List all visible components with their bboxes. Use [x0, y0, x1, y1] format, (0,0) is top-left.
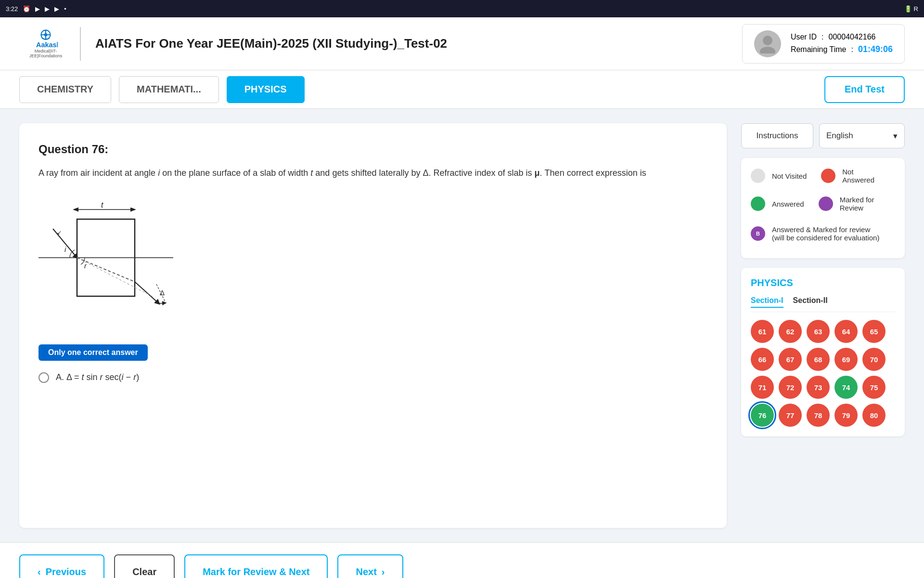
legend-marked-review: Marked forReview: [819, 196, 874, 212]
section-tab-1[interactable]: Section-I: [751, 296, 783, 308]
not-answered-dot: [821, 169, 835, 183]
question-panel: Question 76: A ray from air incident at …: [19, 123, 727, 528]
time-colon: :: [851, 45, 853, 54]
tab-mathematics[interactable]: MATHEMATI...: [119, 76, 219, 103]
user-id-colon: :: [821, 33, 823, 41]
svg-text:↙: ↙: [57, 229, 62, 236]
q-num-80[interactable]: 80: [862, 404, 886, 427]
logo-area: Aakash Medical|IIT-JEE|Foundations: [19, 25, 81, 63]
status-icon-dot: •: [64, 5, 66, 13]
user-id-value: 00004042166: [829, 33, 876, 41]
exam-title: AIATS For One Year JEE(Main)-2025 (XII S…: [95, 36, 728, 51]
remaining-time: 01:49:06: [858, 44, 893, 54]
q-num-61[interactable]: 61: [751, 320, 774, 343]
not-answered-label: NotAnswered: [842, 168, 874, 184]
status-icon-yt1: ▶: [35, 5, 40, 13]
q-num-64[interactable]: 64: [834, 320, 858, 343]
previous-button[interactable]: ‹ Previous: [19, 554, 104, 578]
marked-review-label: Marked forReview: [840, 196, 874, 212]
answer-option-a[interactable]: A. Δ = t sin r sec(i − r): [38, 372, 707, 383]
not-visited-label: Not Visited: [772, 172, 807, 180]
language-label: English: [826, 131, 853, 141]
language-selector[interactable]: English ▾: [819, 123, 905, 148]
avatar: [754, 30, 781, 57]
physics-section-title: PHYSICS: [751, 277, 895, 289]
status-icon-yt2: ▶: [45, 5, 50, 13]
user-info-area: User ID : 00004042166 Remaining Time : 0…: [742, 24, 905, 64]
radio-a[interactable]: [38, 372, 49, 383]
status-right-icons: 🔋 R: [904, 5, 918, 13]
marked-review-dot: [819, 197, 833, 211]
instructions-button[interactable]: Instructions: [741, 123, 813, 148]
previous-label: Previous: [46, 566, 86, 578]
status-bar: 3:22 ⏰ ▶ ▶ ▶ • 🔋 R: [0, 0, 924, 17]
legend-answered: Answered: [751, 196, 804, 212]
q-num-62[interactable]: 62: [779, 320, 802, 343]
status-time: 3:22: [6, 5, 18, 13]
answered-dot: [751, 197, 765, 211]
subject-bar: CHEMISTRY MATHEMATI... PHYSICS End Test: [0, 70, 924, 109]
option-a-text: A. Δ = t sin r sec(i − r): [56, 372, 139, 382]
answered-label: Answered: [772, 200, 804, 208]
svg-text:i: i: [64, 245, 66, 253]
question-number-grid: 6162636465666768697071727374757677787980: [751, 320, 895, 427]
q-num-76[interactable]: 76: [751, 404, 774, 427]
end-test-button[interactable]: End Test: [824, 76, 905, 103]
right-panel: Instructions English ▾ Not Visited NotAn…: [741, 123, 905, 528]
only-one-badge: Only one correct answer: [38, 344, 148, 361]
legend-not-answered: NotAnswered: [821, 168, 874, 184]
status-icon-yt3: ▶: [54, 5, 59, 13]
q-num-67[interactable]: 67: [779, 348, 802, 371]
svg-line-17: [159, 303, 165, 303]
q-num-65[interactable]: 65: [862, 320, 886, 343]
section-tab-2[interactable]: Section-II: [793, 296, 828, 308]
answered-marked-dot: [751, 226, 765, 241]
q-num-70[interactable]: 70: [862, 348, 886, 371]
q-num-63[interactable]: 63: [807, 320, 830, 343]
q-num-74[interactable]: 74: [834, 376, 858, 399]
right-top-controls: Instructions English ▾: [741, 123, 905, 148]
optics-diagram: t: [38, 190, 173, 325]
mark-for-review-button[interactable]: Mark for Review & Next: [184, 554, 328, 578]
logo-box: Aakash Medical|IIT-JEE|Foundations: [19, 25, 72, 63]
svg-point-6: [760, 47, 775, 53]
answered-marked-label: Answered & Marked for review(will be con…: [772, 225, 879, 242]
q-num-69[interactable]: 69: [834, 348, 858, 371]
clear-label: Clear: [132, 566, 156, 578]
clear-button[interactable]: Clear: [114, 554, 175, 578]
not-visited-dot: [751, 169, 765, 183]
legend-not-visited: Not Visited: [751, 168, 807, 184]
q-num-79[interactable]: 79: [834, 404, 858, 427]
q-num-71[interactable]: 71: [751, 376, 774, 399]
q-num-72[interactable]: 72: [779, 376, 802, 399]
q-num-66[interactable]: 66: [751, 348, 774, 371]
tab-chemistry[interactable]: CHEMISTRY: [19, 76, 111, 103]
q-num-77[interactable]: 77: [779, 404, 802, 427]
svg-point-5: [763, 36, 772, 45]
status-icon-alarm: ⏰: [23, 5, 30, 13]
time-label: Remaining Time: [791, 45, 847, 54]
q-num-68[interactable]: 68: [807, 348, 830, 371]
physics-section: PHYSICS Section-I Section-II 61626364656…: [741, 268, 905, 436]
chevron-left-icon: ‹: [38, 566, 41, 578]
aakash-logo-icon: Aakash: [34, 29, 58, 49]
chevron-right-icon: ›: [382, 566, 385, 578]
next-button[interactable]: Next ›: [337, 554, 403, 578]
q-num-73[interactable]: 73: [807, 376, 830, 399]
svg-text:t: t: [101, 201, 103, 209]
legend-box: Not Visited NotAnswered Answered Marked …: [741, 158, 905, 258]
q-num-78[interactable]: 78: [807, 404, 830, 427]
section-tabs: Section-I Section-II: [751, 296, 895, 312]
q-num-75[interactable]: 75: [862, 376, 886, 399]
user-id-row: User ID : 00004042166: [791, 33, 893, 41]
header-divider: [80, 27, 81, 61]
time-row: Remaining Time : 01:49:06: [791, 44, 893, 54]
legend-answered-marked: Answered & Marked for review(will be con…: [751, 225, 895, 242]
user-details: User ID : 00004042166 Remaining Time : 0…: [791, 33, 893, 54]
svg-text:Δ: Δ: [160, 289, 165, 297]
question-number: Question 76:: [38, 143, 707, 156]
svg-line-15: [135, 282, 159, 303]
tab-physics[interactable]: PHYSICS: [227, 76, 305, 103]
mark-label: Mark for Review & Next: [203, 566, 309, 578]
header: Aakash Medical|IIT-JEE|Foundations AIATS…: [0, 17, 924, 70]
